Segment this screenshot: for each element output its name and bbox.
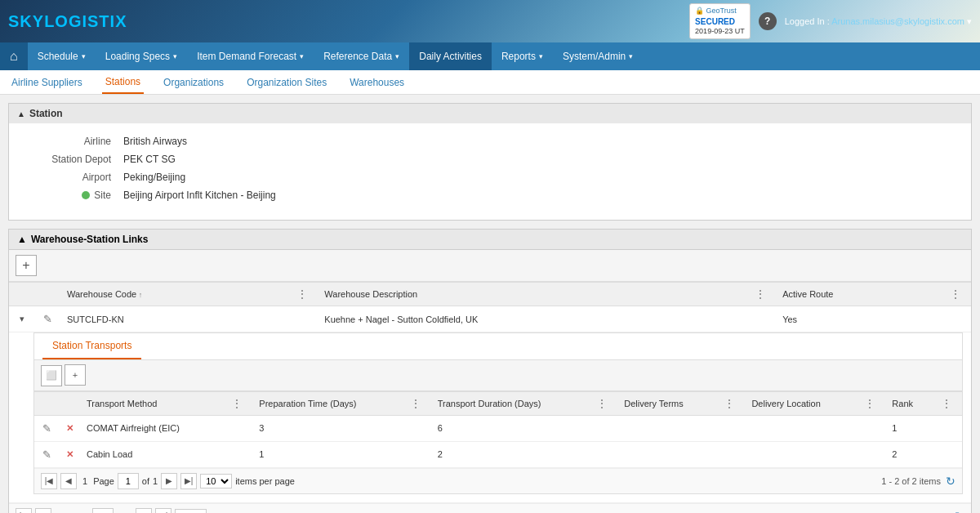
add-wh-link-button[interactable]: + (16, 255, 37, 276)
inner-section: Station Transports ⬜ + (33, 332, 963, 494)
outer-items-per-page-select[interactable]: 10 25 50 (175, 509, 207, 514)
airport-value: Peking/Beijing (123, 172, 185, 183)
delivery-terms-1 (617, 441, 714, 467)
tab-station-transports[interactable]: Station Transports (42, 333, 141, 359)
depot-value: PEK CT SG (123, 154, 176, 165)
inner-refresh-icon[interactable]: ↻ (946, 475, 956, 488)
top-header: SKYLOGISTIX 🔒 GeoTrust SECURED 2019-09-2… (0, 0, 980, 42)
col-transport-duration: Transport Duration (Days) (431, 391, 586, 415)
transport-duration-1: 2 (431, 441, 586, 467)
transport-edit-btn-1[interactable]: ✎ (41, 447, 53, 462)
prep-time-1: 1 (252, 441, 399, 467)
geotrust-badge: 🔒 GeoTrust SECURED 2019-09-23 UT (689, 3, 751, 39)
wh-active-route-cell: Yes (776, 306, 940, 332)
site-value: Beijing Airport Inflt Kitchen - Beijing (123, 190, 276, 201)
site-row: Site Beijing Airport Inflt Kitchen - Bei… (25, 190, 955, 201)
inner-last-page-btn[interactable]: ▶| (180, 473, 197, 489)
col-delivery-location: Delivery Location (745, 391, 854, 415)
nav-daily-activities[interactable]: Daily Activities (409, 42, 492, 70)
col-warehouse-desc: Warehouse Description (318, 283, 745, 306)
nav-schedule[interactable]: Schedule▾ (28, 42, 96, 70)
rank-1: 2 (885, 441, 931, 467)
col-warehouse-code: Warehouse Code (60, 283, 287, 306)
outer-prev-page-btn[interactable]: ◀ (35, 508, 51, 514)
site-status-dot (82, 191, 90, 199)
nav-reports[interactable]: Reports▾ (492, 42, 553, 70)
wh-links-header[interactable]: ▲ Warehouse-Station Links (8, 229, 972, 249)
subnav-warehouses[interactable]: Warehouses (346, 70, 408, 94)
inner-tabs: Station Transports (34, 333, 962, 360)
inner-add-button[interactable]: + (65, 364, 86, 386)
outer-pagination-summary: 1 - 1 of 1 items ↻ (890, 510, 964, 514)
help-button[interactable]: ? (759, 12, 777, 30)
nav-item-demand-forecast[interactable]: Item Demand Forecast▾ (187, 42, 314, 70)
transport-edit-btn-0[interactable]: ✎ (41, 421, 53, 436)
subnav-organization-sites[interactable]: Organization Sites (243, 70, 330, 94)
inner-page-input[interactable] (118, 473, 139, 489)
station-section-body: Airline British Airways Station Depot PE… (9, 123, 971, 220)
sub-nav: Airline Suppliers Stations Organizations… (0, 70, 980, 95)
outer-next-page-btn[interactable]: ▶ (136, 508, 152, 514)
inner-first-page-btn[interactable]: |◀ (41, 473, 57, 489)
inner-items-per-page-select[interactable]: 10 25 50 (200, 474, 232, 488)
station-section-title: Station (29, 108, 63, 119)
delivery-terms-0 (617, 415, 714, 441)
site-label: Site (94, 190, 111, 201)
prep-time-0: 3 (252, 415, 399, 441)
station-section-header[interactable]: ▲ Station (9, 104, 971, 123)
inner-total-pages: 1 (153, 476, 158, 486)
subnav-organizations[interactable]: Organizations (160, 70, 227, 94)
inner-current-page-num: 1 (80, 476, 90, 486)
col-dots-3[interactable]: ⋮ (940, 283, 971, 306)
depot-label: Station Depot (25, 154, 123, 165)
logged-in-label: Logged In : Arunas.milasius@skylogistix.… (785, 16, 972, 27)
inner-toolbar: ⬜ + (34, 360, 962, 391)
inner-of-label: of (142, 476, 149, 486)
inner-pagination: |◀ ◀ 1 Page of 1 ▶ ▶| (34, 468, 962, 493)
wh-desc-cell: Kuehne + Nagel - Sutton Coldfield, UK (318, 306, 745, 332)
wh-row-0: ▾ ✎ SUTCLFD-KN Kuehne + Nagel - Sutton C… (9, 306, 971, 332)
depot-row: Station Depot PEK CT SG (25, 154, 955, 165)
wh-code-cell: SUTCLFD-KN (60, 306, 287, 332)
airport-label: Airport (25, 172, 123, 183)
wh-links-table: Warehouse Code ⋮ Warehouse Description ⋮… (9, 282, 971, 503)
inner-prev-page-btn[interactable]: ◀ (60, 473, 77, 489)
outer-last-page-btn[interactable]: ▶| (155, 508, 172, 514)
nav-system-admin[interactable]: System/Admin▾ (553, 42, 643, 70)
wh-section-title: Warehouse-Station Links (31, 234, 149, 245)
col-dots-1[interactable]: ⋮ (287, 283, 318, 306)
col-edit-header (35, 283, 60, 306)
col-transport-method: Transport Method (80, 391, 221, 415)
outer-refresh-icon[interactable]: ↻ (955, 510, 964, 514)
home-nav-item[interactable]: ⌂ (0, 42, 28, 70)
station-chevron-icon: ▲ (17, 109, 25, 118)
row-edit-cell: ✎ (35, 306, 60, 332)
inner-copy-button[interactable]: ⬜ (41, 365, 62, 386)
subnav-airline-suppliers[interactable]: Airline Suppliers (8, 70, 86, 94)
logo: SKYLOGISTIX (8, 12, 127, 31)
row-expand-button[interactable]: ▾ (16, 314, 29, 324)
wh-chevron-icon: ▲ (17, 234, 27, 245)
airport-row: Airport Peking/Beijing (25, 172, 955, 183)
inner-next-page-btn[interactable]: ▶ (161, 473, 177, 489)
nav-reference-data[interactable]: Reference Data▾ (314, 42, 409, 70)
transport-method-0: COMAT Airfreight (EIC) (80, 415, 221, 441)
airline-row: Airline British Airways (25, 136, 955, 147)
subnav-stations[interactable]: Stations (102, 70, 144, 94)
transport-delete-icon-1[interactable]: ✕ (66, 449, 74, 459)
outer-first-page-btn[interactable]: |◀ (16, 508, 32, 514)
outer-page-input[interactable] (92, 508, 114, 514)
col-dots-2[interactable]: ⋮ (745, 283, 776, 306)
user-email-link[interactable]: Arunas.milasius@skylogistix.com (831, 16, 964, 26)
wh-links-section: ▲ Warehouse-Station Links + Warehouse Co… (8, 229, 972, 513)
transport-table: Transport Method ⋮ Preparation Time (Day… (34, 391, 962, 468)
row-edit-button[interactable]: ✎ (42, 311, 54, 327)
row-expand-cell: ▾ (9, 306, 35, 332)
nav-loading-specs[interactable]: Loading Specs▾ (96, 42, 187, 70)
airline-label: Airline (25, 136, 123, 147)
station-section: ▲ Station Airline British Airways Statio… (8, 103, 972, 221)
airline-value: British Airways (123, 136, 187, 147)
col-expand (9, 283, 35, 306)
transport-delete-icon-0[interactable]: ✕ (66, 423, 74, 433)
col-prep-time: Preparation Time (Days) (252, 391, 399, 415)
